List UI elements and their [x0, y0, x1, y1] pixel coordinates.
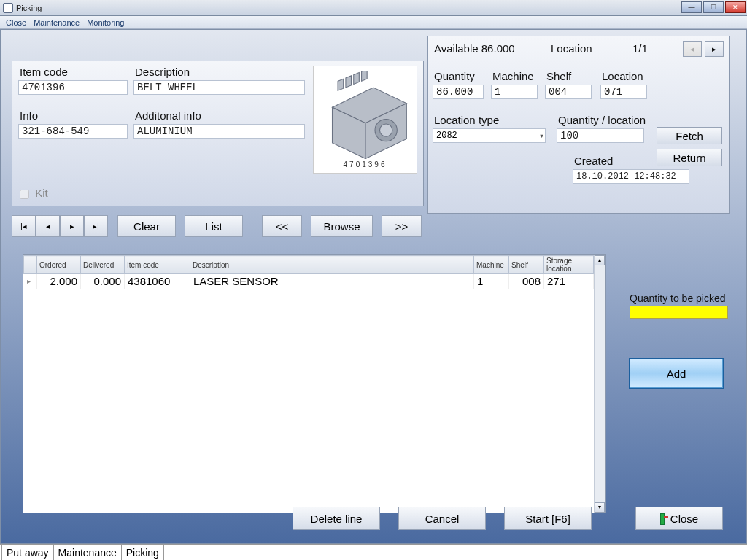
cancel-button[interactable]: Cancel: [398, 507, 486, 530]
return-button[interactable]: Return: [657, 149, 722, 166]
svg-rect-3: [338, 79, 344, 90]
fetch-button[interactable]: Fetch: [657, 127, 722, 144]
created-value: 18.10.2012 12:48:32: [573, 169, 689, 184]
app-icon: [3, 3, 13, 13]
quantity-location-value[interactable]: 100: [557, 128, 644, 143]
window-minimize-button[interactable]: —: [681, 1, 702, 13]
menu-maintenance[interactable]: Maintenance: [34, 18, 80, 27]
available-label: Available 86.000: [434, 42, 515, 55]
quantity-location-label: Quantity / location: [558, 114, 646, 126]
additional-info-value[interactable]: ALUMINIUM: [133, 124, 305, 139]
pager-next-button[interactable]: ▸: [705, 41, 724, 57]
browse-button[interactable]: Browse: [311, 215, 373, 237]
close-button[interactable]: Close: [635, 507, 723, 530]
pick-lines-grid[interactable]: Ordered Delivered Item code Description …: [23, 254, 606, 513]
location-value[interactable]: 071: [600, 85, 647, 99]
status-tabstrip: Put away Maintenance Picking: [0, 544, 747, 560]
quantity-value[interactable]: 86.000: [433, 85, 484, 99]
image-part-number: 4701396: [344, 160, 387, 168]
pick-side-panel: Quantity to be picked Add: [630, 292, 728, 388]
created-label: Created: [574, 155, 613, 167]
scroll-up-icon[interactable]: ▴: [595, 255, 605, 265]
col-description[interactable]: Description: [190, 256, 474, 274]
grid-header-row: Ordered Delivered Item code Description …: [24, 256, 594, 274]
tab-maintenance[interactable]: Maintenance: [53, 545, 122, 560]
menu-bar: Close Maintenance Monitoring: [0, 16, 747, 29]
pager-text: 1/1: [632, 42, 648, 55]
workspace: Item code 4701396 Description BELT WHEEL…: [0, 29, 747, 544]
table-row[interactable]: ▸ 2.000 0.000 4381060 LASER SENSOR 1 008…: [24, 274, 594, 289]
description-value[interactable]: BELT WHEEL: [133, 80, 305, 95]
chevron-down-icon: ▼: [540, 133, 543, 139]
add-button[interactable]: Add: [630, 359, 723, 388]
col-ordered[interactable]: Ordered: [37, 256, 81, 274]
svg-rect-6: [361, 71, 367, 81]
start-button[interactable]: Start [F6]: [504, 507, 592, 530]
item-panel: Item code 4701396 Description BELT WHEEL…: [12, 61, 424, 206]
list-button[interactable]: List: [185, 215, 243, 237]
location-type-label: Location type: [434, 114, 499, 126]
col-delivered[interactable]: Delivered: [81, 256, 125, 274]
qty-to-pick-label: Quantity to be picked: [630, 292, 728, 304]
qty-to-pick-input[interactable]: [630, 306, 728, 319]
exit-door-icon: [660, 513, 667, 524]
window-close-button[interactable]: ✕: [725, 1, 746, 13]
svg-point-8: [379, 123, 392, 136]
item-code-value[interactable]: 4701396: [18, 80, 128, 95]
col-itemcode[interactable]: Item code: [125, 256, 190, 274]
kit-label: Kit: [35, 187, 48, 199]
nav-first-button[interactable]: |◂: [12, 215, 36, 237]
item-image: 4701396: [313, 66, 417, 174]
location-panel: Available 86.000 Location 1/1 ◂ ▸ Quanti…: [427, 36, 730, 214]
nav-last-button[interactable]: ▸|: [84, 215, 108, 237]
pager-prev-button[interactable]: ◂: [683, 41, 702, 57]
kit-checkbox[interactable]: [20, 190, 29, 199]
nav-next-button[interactable]: ▸: [60, 215, 84, 237]
window-titlebar: Picking — ☐ ✕: [0, 0, 747, 16]
menu-monitoring[interactable]: Monitoring: [87, 18, 124, 27]
info-label: Info: [20, 109, 38, 122]
footer-buttons: Delete line Cancel Start [F6]: [293, 507, 592, 530]
clear-button[interactable]: Clear: [117, 215, 176, 237]
location-label: Location: [602, 70, 643, 82]
svg-rect-5: [353, 72, 359, 84]
location-type-select[interactable]: 2082▼: [433, 128, 546, 143]
action-toolbar: Clear List: [117, 215, 243, 237]
window-maximize-button[interactable]: ☐: [703, 1, 724, 13]
delete-line-button[interactable]: Delete line: [293, 507, 380, 530]
quantity-label: Quantity: [434, 70, 475, 82]
location-header-label: Location: [551, 42, 592, 55]
scroll-down-icon[interactable]: ▾: [595, 502, 605, 513]
grid-scrollbar[interactable]: ▴ ▾: [594, 255, 605, 513]
machine-label: Machine: [492, 70, 534, 82]
shelf-label: Shelf: [546, 70, 571, 82]
nav-prev-button[interactable]: ◂: [36, 215, 60, 237]
col-machine[interactable]: Machine: [474, 256, 509, 274]
menu-close[interactable]: Close: [6, 18, 26, 27]
record-nav: |◂ ◂ ▸ ▸|: [12, 215, 108, 237]
svg-rect-4: [345, 75, 351, 87]
shelf-value[interactable]: 004: [545, 85, 592, 99]
additional-info-label: Additonal info: [135, 109, 201, 122]
description-label: Description: [135, 66, 190, 78]
view-prev-button[interactable]: <<: [262, 215, 302, 237]
view-nav: << Browse >>: [262, 215, 422, 237]
col-shelf[interactable]: Shelf: [509, 256, 544, 274]
machine-value[interactable]: 1: [491, 85, 538, 99]
info-value[interactable]: 321-684-549: [18, 124, 128, 139]
kit-checkbox-group: Kit: [20, 187, 48, 199]
part-drawing-icon: [318, 71, 413, 159]
tab-put-away[interactable]: Put away: [1, 545, 54, 560]
window-title: Picking: [16, 4, 42, 12]
col-storage[interactable]: Storage location: [544, 256, 594, 274]
item-code-label: Item code: [20, 66, 68, 78]
tab-picking[interactable]: Picking: [121, 545, 164, 560]
view-next-button[interactable]: >>: [382, 215, 422, 237]
